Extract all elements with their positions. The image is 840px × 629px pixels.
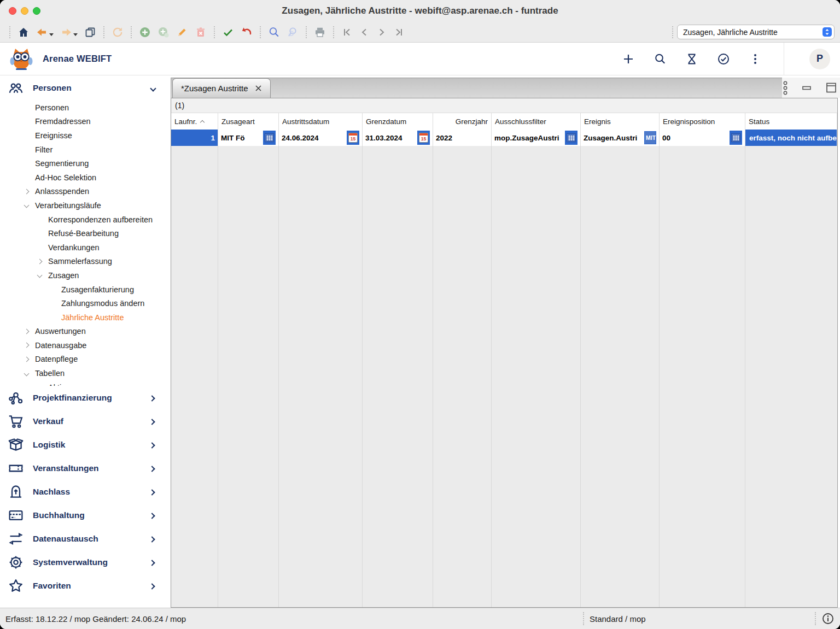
calendar-picker-icon[interactable]: 15: [347, 131, 359, 145]
maximize-panel-icon[interactable]: [825, 81, 838, 95]
lookup-grid-icon[interactable]: [730, 131, 742, 145]
column-header-austrittsdatum[interactable]: Austrittsdatum: [279, 113, 363, 130]
pending-tasks-button[interactable]: [685, 52, 698, 66]
cell-austrittsdatum[interactable]: 24.06.2024 15: [279, 130, 363, 146]
next-record-button[interactable]: [376, 27, 387, 38]
pencil-icon: [176, 26, 188, 38]
tree-item-label: Verarbeitungsläufe: [35, 201, 101, 210]
duplicate-window-button[interactable]: [84, 26, 96, 38]
tree-item[interactable]: Personen: [0, 101, 168, 115]
first-record-button[interactable]: [341, 27, 352, 38]
tree-item[interactable]: Auswertungen: [0, 325, 168, 339]
cell-status[interactable]: erfasst, noch nicht aufbe: [745, 130, 837, 146]
tree-chevron-icon: [22, 190, 31, 193]
undo-button[interactable]: [241, 26, 253, 38]
checkmark-icon: [222, 26, 234, 38]
zoom-window-button[interactable]: [33, 7, 40, 15]
cell-ereignis[interactable]: Zusagen.Austri MIT: [581, 130, 660, 146]
tree-item[interactable]: Anlassspenden: [0, 185, 168, 199]
column-header-grenzjahr[interactable]: Grenzjahr: [433, 113, 492, 130]
last-record-button[interactable]: [394, 27, 405, 38]
lookup-grid-icon[interactable]: [263, 131, 276, 145]
cell-ausschlussfilter[interactable]: mop.ZusageAustri: [492, 130, 581, 146]
lookup-grid-icon[interactable]: [565, 131, 578, 145]
ereignis-value-badge[interactable]: MIT: [644, 131, 656, 144]
tree-item[interactable]: Zahlungsmodus ändern: [0, 296, 168, 310]
tree-item[interactable]: Ad-Hoc Selektion: [0, 171, 168, 185]
column-header-laufnr[interactable]: Laufnr.: [171, 113, 218, 130]
column-header-status[interactable]: Status: [745, 113, 837, 130]
user-avatar[interactable]: P: [809, 49, 830, 69]
confirm-button[interactable]: [222, 26, 234, 38]
cell-grenzjahr[interactable]: 2022: [433, 130, 492, 146]
more-options-button[interactable]: [749, 52, 762, 66]
print-button[interactable]: [314, 26, 326, 38]
view-selector-dropdown[interactable]: Zusagen, Jährliche Austritte: [677, 25, 835, 39]
tree-item[interactable]: Datenausgabe: [0, 338, 168, 352]
sidebar-section[interactable]: Projektfinanzierung: [0, 386, 168, 409]
minimize-window-button[interactable]: [21, 7, 28, 15]
sidebar-section-personen[interactable]: Personen: [0, 75, 168, 101]
previous-record-button[interactable]: [359, 27, 370, 38]
column-header-ausschlussfilter[interactable]: Ausschlussfilter: [492, 113, 581, 130]
cell-grenzdatum[interactable]: 31.03.2024 15: [363, 130, 433, 146]
tree-item[interactable]: Zusagenfakturierung: [0, 283, 168, 297]
chevron-right-icon: [150, 557, 154, 567]
add-copy-record-button[interactable]: [158, 26, 170, 38]
home-button[interactable]: [18, 26, 30, 38]
tab-zusagen-austritte[interactable]: *Zusagen Austritte: [172, 78, 271, 98]
close-tab-icon[interactable]: [255, 85, 262, 92]
tree-item[interactable]: Fremdadressen: [0, 115, 168, 129]
column-header-ereignisposition[interactable]: Ereignisposition: [660, 113, 745, 130]
collapse-panel-icon[interactable]: [801, 82, 813, 94]
sidebar-section[interactable]: Veranstaltungen: [0, 456, 168, 480]
search-again-button[interactable]: [287, 26, 299, 38]
global-search-button[interactable]: [654, 52, 667, 66]
forward-history-caret-icon[interactable]: [73, 33, 78, 36]
sidebar-section[interactable]: Verkauf: [0, 409, 168, 433]
cell-zusageart[interactable]: MIT Fö: [218, 130, 279, 146]
tree-item[interactable]: Zusagen: [0, 268, 168, 283]
sidebar-section[interactable]: Nachlass: [0, 480, 168, 503]
magnifier-icon: [268, 26, 280, 38]
close-window-button[interactable]: [9, 7, 16, 15]
column-header-ereignis[interactable]: Ereignis: [581, 113, 660, 130]
tree-item[interactable]: Aktionen: [0, 380, 168, 386]
cell-laufnr[interactable]: 1: [171, 130, 218, 146]
tree-item[interactable]: Tabellen: [0, 366, 168, 380]
column-header-grenzdatum[interactable]: Grenzdatum: [363, 113, 433, 130]
refresh-button[interactable]: [112, 26, 124, 38]
delete-record-button[interactable]: [195, 26, 207, 38]
back-history-caret-icon[interactable]: [49, 33, 54, 36]
tree-item-label: Datenausgabe: [35, 341, 86, 350]
info-icon[interactable]: [821, 612, 835, 625]
sidebar-section[interactable]: Logistik: [0, 433, 168, 456]
tree-item[interactable]: Filter: [0, 143, 168, 157]
add-record-button[interactable]: [139, 26, 151, 38]
cell-ereignisposition[interactable]: 00: [660, 130, 745, 146]
sidebar-section[interactable]: Favoriten: [0, 574, 168, 597]
forward-button[interactable]: [60, 26, 78, 38]
sidebar-section[interactable]: Systemverwaltung: [0, 550, 168, 574]
tree-item[interactable]: Verarbeitungsläufe: [0, 198, 168, 213]
tree-item[interactable]: Datenpflege: [0, 352, 168, 367]
tree-item[interactable]: Ereignisse: [0, 128, 168, 143]
search-button[interactable]: [268, 26, 280, 38]
tree-item[interactable]: Sammelerfassung: [0, 255, 168, 269]
tree-item[interactable]: Jährliche Austritte: [0, 310, 168, 325]
table-row[interactable]: 1 MIT Fö 24.06.2024 15 31.03.2024 15 202…: [171, 130, 837, 146]
global-add-button[interactable]: [622, 52, 635, 66]
tree-item[interactable]: Refusé-Bearbeitung: [0, 226, 168, 240]
tree-item[interactable]: Segmentierung: [0, 156, 168, 171]
table-frame: (1) Laufnr. Zusageart Austrittsdatum Gre…: [171, 98, 838, 608]
tree-item[interactable]: Verdankungen: [0, 240, 168, 255]
sidebar-section[interactable]: Buchhaltung: [0, 503, 168, 527]
tab-options-icon[interactable]: [782, 80, 789, 96]
tree-item[interactable]: Korrespondenzen aufbereiten: [0, 213, 168, 227]
sidebar-section[interactable]: Datenaustausch: [0, 527, 168, 550]
edit-record-button[interactable]: [176, 26, 188, 38]
column-header-zusageart[interactable]: Zusageart: [218, 113, 279, 130]
back-button[interactable]: [36, 26, 54, 38]
calendar-picker-icon[interactable]: 15: [417, 131, 430, 145]
completed-tasks-button[interactable]: [717, 52, 730, 66]
